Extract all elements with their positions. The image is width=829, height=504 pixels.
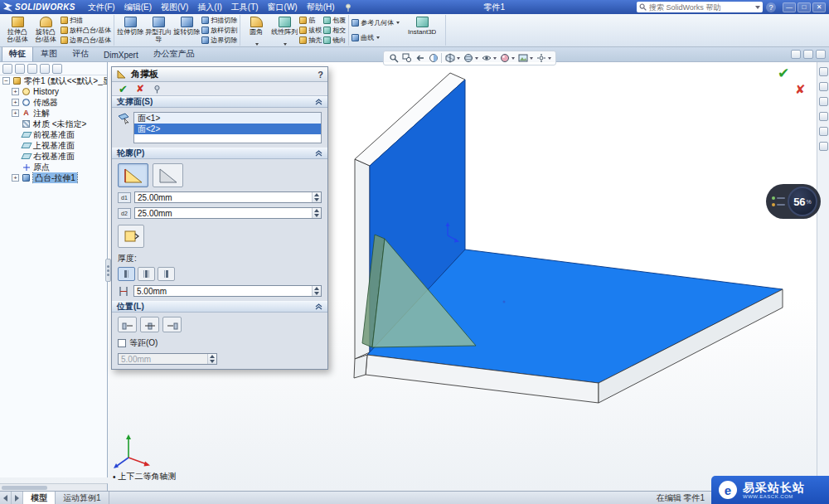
tab-scroll-right-icon[interactable] [12, 492, 23, 504]
propertymanager-tab-icon[interactable] [15, 64, 25, 74]
panel-splitter-handle[interactable] [105, 259, 111, 282]
section-view-icon[interactable] [428, 53, 439, 64]
intersect-button[interactable]: 相交 [323, 26, 346, 35]
taskpane-view-palette-icon[interactable] [819, 112, 828, 121]
tree-item-top-plane[interactable]: 上视基准面 [0, 140, 107, 151]
tab-dimxpert[interactable]: DimXpert [96, 48, 146, 61]
mirror-button[interactable]: 镜向 [323, 36, 346, 45]
d2-spinner[interactable] [312, 208, 321, 218]
face-list-item[interactable]: 面<1> [134, 113, 321, 124]
pm-cancel-button[interactable]: ✘ [136, 83, 144, 94]
overlay-speed-dial[interactable]: 56 % [766, 184, 821, 219]
expander-icon[interactable]: + [12, 174, 19, 182]
offset-distance-input[interactable]: 5.00mm [118, 353, 217, 365]
taskpane-resources-icon[interactable] [819, 67, 828, 76]
expander-icon[interactable]: + [12, 88, 19, 95]
hide-show-items-icon[interactable] [481, 53, 492, 64]
search-box[interactable] [637, 2, 763, 12]
maximize-button[interactable]: □ [797, 2, 811, 12]
d1-input[interactable]: 25.00mm [134, 191, 322, 203]
confirm-ok-button[interactable]: ✔ [778, 65, 789, 82]
lofted-cut-button[interactable]: 放样切割 [201, 26, 237, 35]
extruded-cut-button[interactable]: 拉伸切除 [117, 15, 143, 46]
fillet-button[interactable]: 圆角 [243, 15, 269, 46]
revolved-cut-button[interactable]: 旋转切除 [173, 15, 200, 46]
swept-cut-button[interactable]: 扫描切除 [201, 16, 237, 25]
search-dropdown-icon[interactable] [755, 6, 760, 9]
face-list-item-selected[interactable]: 面<2> [134, 124, 321, 134]
menu-pin-icon[interactable] [344, 3, 352, 12]
thickness-spinner[interactable] [312, 286, 321, 296]
support-faces-listbox[interactable]: 面<1> 面<2> [133, 112, 322, 143]
tree-item-sensors[interactable]: + 传感器 [0, 97, 107, 108]
menu-item-insert[interactable]: 插入(I) [193, 1, 225, 14]
thickness-both-sides-button[interactable] [138, 267, 155, 281]
menu-item-tools[interactable]: 工具(T) [227, 1, 263, 14]
thickness-input[interactable]: 5.00mm [133, 285, 322, 297]
sweep-button[interactable]: 扫描 [61, 16, 111, 25]
dimxpertmanager-tab-icon[interactable] [40, 64, 50, 74]
expander-icon[interactable]: + [12, 109, 19, 117]
curves-dropdown-icon[interactable] [376, 36, 380, 39]
apply-scene-dropdown-icon[interactable] [530, 57, 533, 60]
wrap-button[interactable]: 包覆 [323, 16, 346, 25]
tab-model[interactable]: 模型 [23, 492, 56, 504]
view-settings-icon[interactable] [536, 53, 546, 64]
offset-checkbox[interactable] [118, 339, 126, 347]
section-profile[interactable]: 轮廓(P) [112, 148, 327, 159]
view-orientation-dropdown-icon[interactable] [457, 57, 460, 60]
view-orientation-icon[interactable] [444, 53, 455, 64]
shell-button[interactable]: 抽壳 [299, 36, 322, 45]
profile-triangular-button[interactable] [153, 163, 183, 187]
tree-item-material[interactable]: 材质 <未指定> [0, 119, 107, 129]
edit-appearance-icon[interactable] [499, 53, 510, 64]
tab-sketch[interactable]: 草图 [33, 46, 65, 61]
boundary-boss-button[interactable]: 边界凸台/基体 [61, 36, 111, 45]
view-settings-dropdown-icon[interactable] [548, 57, 551, 60]
confirm-cancel-button[interactable]: ✘ [795, 82, 806, 97]
tree-item-part-root[interactable]: − 零件1 (默认<<默认>_显示状 [0, 75, 107, 86]
taskpane-appearances-icon[interactable] [819, 127, 828, 136]
tab-evaluate[interactable]: 评估 [65, 46, 96, 61]
d1-spinner[interactable] [312, 192, 321, 202]
zoom-area-icon[interactable] [401, 53, 412, 64]
expander-icon[interactable]: + [12, 99, 19, 106]
collapse-chevron-icon[interactable] [315, 303, 322, 310]
featuremanager-tab-icon[interactable] [2, 64, 12, 74]
tab-features[interactable]: 特征 [2, 46, 33, 61]
zoom-fit-icon[interactable] [388, 53, 399, 64]
edit-appearance-dropdown-icon[interactable] [511, 57, 515, 60]
reference-geometry-dropdown-icon[interactable] [396, 22, 400, 24]
apply-scene-icon[interactable] [517, 53, 528, 64]
revolve-boss-button[interactable]: 旋转凸台/基体 [32, 15, 59, 46]
displaymanager-tab-icon[interactable] [52, 64, 62, 74]
menu-item-file[interactable]: 文件(F) [84, 1, 119, 14]
section-support-faces[interactable]: 支撑面(S) [112, 96, 327, 108]
split-view-icon[interactable] [803, 50, 813, 59]
scrollbar-thumb[interactable] [2, 486, 47, 490]
display-style-dropdown-icon[interactable] [475, 57, 478, 60]
profile-polygonal-button[interactable] [118, 163, 148, 187]
tree-item-origin[interactable]: 原点 [0, 162, 107, 172]
taskpane-file-explorer-icon[interactable] [819, 97, 828, 106]
taskpane-custom-properties-icon[interactable] [819, 142, 828, 151]
tree-item-front-plane[interactable]: 前视基准面 [0, 129, 107, 140]
tab-scroll-left-icon[interactable] [0, 492, 12, 504]
rib-button[interactable]: 筋 [299, 16, 322, 25]
tree-horizontal-scrollbar[interactable] [0, 483, 108, 491]
collapse-chevron-icon[interactable] [315, 150, 322, 157]
loft-boss-button[interactable]: 放样凸台/基体 [61, 26, 111, 35]
instant3d-button[interactable]: Instant3D [401, 15, 443, 46]
reference-geometry-button[interactable]: 参考几何体 [351, 18, 400, 27]
position-middle-button[interactable] [140, 317, 159, 332]
section-position[interactable]: 位置(L) [112, 301, 327, 313]
display-style-icon[interactable] [463, 53, 473, 64]
linear-pattern-button[interactable]: 线性阵列 [271, 15, 298, 46]
minimize-button[interactable]: — [783, 2, 796, 12]
tab-motion-study[interactable]: 运动算例1 [56, 492, 109, 504]
base-left-face[interactable] [354, 355, 367, 378]
hide-show-dropdown-icon[interactable] [493, 57, 497, 60]
menu-item-help[interactable]: 帮助(H) [303, 1, 339, 14]
pm-help-button[interactable]: ? [318, 70, 323, 80]
flip-profile-button[interactable] [118, 225, 144, 248]
